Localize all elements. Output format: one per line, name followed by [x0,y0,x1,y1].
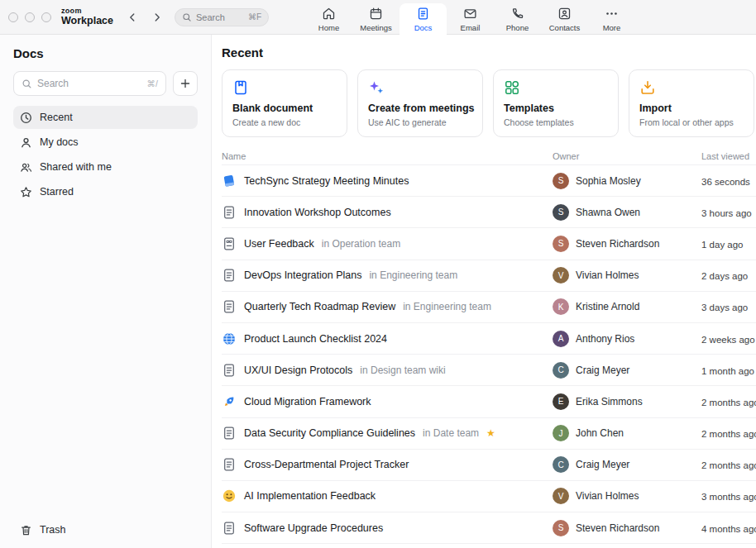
tab-more[interactable]: More [588,3,635,35]
person-icon [20,136,32,149]
avatar: J [553,425,569,441]
doc-name: Software Upgrade Procedures [244,522,383,534]
doc-type-icon [222,205,237,220]
import-card[interactable]: Import From local or other apps [629,69,754,137]
docs-search-input[interactable]: Search ⌘/ [13,71,166,96]
table-row[interactable]: Cloud Migration Framework ★ E Erika Simm… [222,386,756,417]
more-icon [605,7,619,21]
doc-type-icon [222,299,237,314]
table-row[interactable]: DevOps Integration Plans in Engineering … [222,260,756,292]
doc-name: AI Implementation Feedback [244,490,376,502]
avatar: V [553,267,569,284]
docs-table: Name Owner Last viewed TechSync Strategy… [222,149,756,548]
owner-name: Steven Richardson [576,238,659,250]
avatar: S [553,173,569,189]
tab-contacts[interactable]: Contacts [541,3,588,35]
doc-type-icon [222,394,237,409]
card-title: Import [639,102,744,114]
owner-name: Shawna Owen [576,207,640,218]
last-viewed: 2 months ago [701,398,756,407]
doc-location: in Engineering team [369,269,457,281]
doc-name: DevOps Integration Plans [244,269,361,281]
last-viewed: 3 hours ago [701,208,752,218]
global-search-input[interactable]: Search ⌘F [175,8,269,26]
owner-name: Sophia Mosley [576,175,641,187]
doc-type-icon [222,488,237,503]
tab-label: Contacts [549,23,581,32]
blank-document-card[interactable]: Blank document Create a new doc [222,69,347,137]
doc-name: Cross-Departmental Project Tracker [244,459,409,470]
chevron-right-icon [151,12,163,23]
forward-button[interactable] [148,8,166,26]
star-icon [20,186,32,198]
table-row[interactable]: UX/UI Design Protocols in Design team wi… [222,355,756,386]
doc-location: in Operation team [322,238,400,250]
owner-name: Vivian Holmes [576,269,639,281]
table-row[interactable]: ★ [222,544,756,548]
history-nav [123,8,166,26]
table-row[interactable]: Software Upgrade Procedures ★ S Steven R… [222,512,756,544]
avatar: K [553,298,569,315]
tab-label: More [603,23,621,32]
phone-icon [510,7,524,21]
brand-logo: zoom Workplace [61,7,113,27]
card-title: Templates [504,102,608,114]
sidebar-item-shared-with-me[interactable]: Shared with me [13,155,198,179]
sidebar-item-starred[interactable]: Starred [13,180,198,203]
owner-name: Vivian Holmes [576,490,639,502]
sidebar-item-my-docs[interactable]: My docs [13,131,198,154]
blank-doc-icon [232,79,337,96]
table-row[interactable]: Quarterly Tech Roadmap Review in Enginee… [222,292,756,323]
last-viewed: 2 months ago [701,429,756,439]
brand-workplace-label: Workplace [61,16,113,27]
create-from-meetings-card[interactable]: Create from meetings Use AIC to generate [357,69,483,137]
global-search-placeholder: Search [196,12,225,22]
last-viewed: 2 months ago [701,460,756,470]
new-doc-button[interactable] [173,71,198,96]
tab-label: Docs [414,23,433,32]
home-icon [322,7,336,21]
table-row[interactable]: Cross-Departmental Project Tracker ★ C C… [222,450,756,481]
avatar: S [553,236,569,252]
doc-name: TechSync Strategy Meeting Minutes [244,175,409,187]
tab-label: Phone [506,23,529,32]
last-viewed: 3 days ago [701,303,748,312]
window-minimize-button[interactable] [25,12,35,22]
sidebar-item-recent[interactable]: Recent [13,106,198,129]
table-row[interactable]: Data Security Compliance Guidelines in D… [222,418,756,450]
table-row[interactable]: Innovation Workshop Outcomes ★ S Shawna … [222,197,756,228]
doc-name: Data Security Compliance Guidelines [244,427,415,439]
doc-location: in Engineering team [403,301,491,312]
tab-home[interactable]: Home [305,3,352,35]
tab-meetings[interactable]: Meetings [352,3,400,35]
avatar: V [553,488,569,504]
back-button[interactable] [123,8,141,26]
doc-type-icon [222,268,237,283]
avatar: C [553,456,569,473]
docs-table-header: Name Owner Last viewed [222,149,756,165]
doc-type-icon [222,521,237,536]
templates-card[interactable]: Templates Choose templates [493,69,619,137]
tab-docs[interactable]: Docs [400,3,447,35]
tab-email[interactable]: Email [447,3,494,35]
column-header-owner: Owner [553,151,579,161]
docs-icon [416,7,430,21]
doc-type-icon [222,457,237,472]
sidebar-item-trash[interactable]: Trash [13,518,198,541]
search-icon [182,12,192,22]
table-row[interactable]: Product Launch Checklist 2024 ★ A Anthon… [222,323,756,355]
window-close-button[interactable] [8,12,18,22]
table-row[interactable]: User Feedback in Operation team ★ S Stev… [222,228,756,260]
docs-search-placeholder: Search [37,78,69,89]
table-row[interactable]: TechSync Strategy Meeting Minutes ★ S So… [222,165,756,197]
table-row[interactable]: AI Implementation Feedback ★ V Vivian Ho… [222,481,756,512]
window-zoom-button[interactable] [41,12,51,22]
sidebar-item-label: Starred [40,186,74,198]
doc-type-icon [222,174,237,188]
sidebar-item-label: Trash [40,524,66,536]
owner-name: Anthony Rios [576,333,634,345]
doc-name: Innovation Workshop Outcomes [244,207,391,218]
tab-phone[interactable]: Phone [494,3,541,35]
owner-name: John Chen [576,427,624,439]
tab-label: Home [318,23,339,32]
